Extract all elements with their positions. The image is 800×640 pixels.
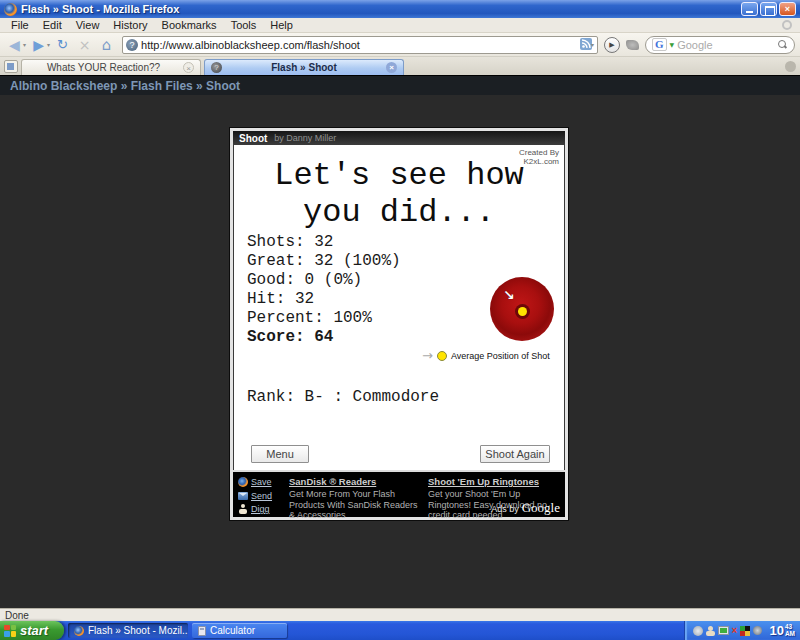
- legend-label: Average Position of Shot: [451, 351, 550, 361]
- heading-line2: you did...: [234, 194, 564, 231]
- search-box[interactable]: G ▼: [645, 36, 795, 54]
- send-label: Send: [251, 491, 272, 501]
- taskbar-clock[interactable]: 10 43 AM: [769, 623, 795, 638]
- extension-icon[interactable]: [626, 40, 639, 50]
- tab-overflow-icon[interactable]: [785, 61, 796, 72]
- tab-close-icon[interactable]: ×: [183, 62, 194, 73]
- window-controls: [741, 2, 796, 16]
- save-label: Save: [251, 477, 272, 487]
- tab-close-icon[interactable]: ×: [386, 62, 397, 73]
- cursor-arrow-icon: [503, 287, 515, 303]
- credit-text: Created By K2xL.com: [519, 148, 559, 166]
- game-title: Shoot: [239, 133, 267, 144]
- page-background: Shoot by Danny Miller Created By K2xL.co…: [0, 95, 800, 608]
- game-titlebar: Shoot by Danny Miller: [233, 131, 565, 145]
- restore-button[interactable]: [760, 2, 777, 16]
- window-title: Flash » Shoot - Mozilla Firefox: [21, 3, 179, 15]
- game-author: by Danny Miller: [274, 133, 336, 143]
- digg-link[interactable]: Digg: [238, 504, 282, 514]
- clock-hour: 10: [769, 623, 783, 638]
- close-button[interactable]: [779, 2, 796, 16]
- reload-icon[interactable]: ↻: [53, 37, 72, 52]
- menu-item-view[interactable]: View: [69, 19, 107, 31]
- legend-arrow-icon: →: [422, 348, 433, 363]
- search-icon[interactable]: [777, 39, 788, 50]
- minimize-button[interactable]: [741, 2, 758, 16]
- back-dropdown-icon[interactable]: ▾: [23, 41, 26, 48]
- firefox-icon: [4, 3, 17, 16]
- shoot-again-button[interactable]: Shoot Again: [480, 445, 550, 463]
- safely-remove-icon[interactable]: [693, 626, 703, 636]
- search-input[interactable]: [677, 39, 774, 51]
- menu-item-file[interactable]: File: [4, 19, 36, 31]
- feed-dropdown-icon[interactable]: ▾: [591, 41, 594, 48]
- search-engine-dropdown-icon[interactable]: ▼: [670, 41, 675, 48]
- menu-item-help[interactable]: Help: [263, 19, 300, 31]
- messenger-icon[interactable]: [706, 626, 715, 636]
- tab-list-icon[interactable]: [4, 60, 18, 73]
- address-bar[interactable]: ▾: [122, 36, 598, 54]
- home-icon[interactable]: ⌂: [97, 36, 116, 54]
- stat-great: Great: 32 (100%): [247, 252, 401, 271]
- save-link[interactable]: Save: [238, 477, 282, 487]
- rank-line: Rank: B- : Commodore: [247, 388, 439, 406]
- shot-legend: → Average Position of Shot: [422, 348, 550, 363]
- menu-item-bookmarks[interactable]: Bookmarks: [155, 19, 224, 31]
- stat-hit: Hit: 32: [247, 290, 401, 309]
- menu-item-tools[interactable]: Tools: [224, 19, 264, 31]
- taskbar: start Flash » Shoot - Mozil... Calculato…: [0, 621, 800, 640]
- google-wordmark: Google: [522, 500, 560, 516]
- gear-icon[interactable]: [782, 20, 792, 30]
- menu-item-history[interactable]: History: [106, 19, 154, 31]
- heading-line1: Let's see how: [234, 157, 564, 194]
- digg-icon: [238, 504, 248, 514]
- tab-label: Whats YOUR Reaction??: [28, 62, 179, 73]
- system-tray: × 10 43 AM: [684, 621, 800, 640]
- navigation-toolbar: ◀▾ ▶▾ ↻ × ⌂ ▾ ▶ G ▼: [0, 33, 800, 57]
- clock-ampm: AM: [785, 631, 795, 638]
- network-error-icon[interactable]: ×: [732, 626, 738, 636]
- url-input[interactable]: [141, 39, 577, 51]
- tab-favicon: [211, 62, 222, 73]
- status-bar: Done: [0, 608, 800, 621]
- tab-whats-your-reaction[interactable]: Whats YOUR Reaction?? ×: [21, 59, 201, 75]
- stat-shots: Shots: 32: [247, 233, 401, 252]
- back-icon[interactable]: ◀: [5, 37, 24, 53]
- send-link[interactable]: Send: [238, 491, 282, 501]
- calculator-icon: [198, 626, 206, 636]
- task-label: Flash » Shoot - Mozil...: [88, 625, 188, 636]
- windows-flag-icon: [4, 625, 16, 637]
- forward-dropdown-icon[interactable]: ▾: [47, 41, 50, 48]
- update-icon[interactable]: [753, 626, 762, 635]
- breadcrumb[interactable]: Albino Blacksheep » Flash Files » Shoot: [10, 79, 240, 93]
- ad-title-link[interactable]: SanDisk ® Readers: [289, 476, 421, 487]
- menu-item-edit[interactable]: Edit: [36, 19, 69, 31]
- tab-label: Flash » Shoot: [226, 62, 382, 73]
- start-button[interactable]: start: [0, 621, 64, 640]
- tray-app-icon[interactable]: [740, 626, 750, 636]
- menu-bar: File Edit View History Bookmarks Tools H…: [0, 18, 800, 33]
- save-icon: [238, 477, 248, 487]
- taskbar-item-calculator[interactable]: Calculator: [192, 623, 287, 638]
- taskbar-item-firefox[interactable]: Flash » Shoot - Mozil...: [68, 623, 188, 638]
- display-icon[interactable]: [718, 626, 729, 635]
- legend-dot-icon: [437, 351, 447, 361]
- status-text: Done: [5, 610, 29, 621]
- menu-button[interactable]: Menu: [251, 445, 309, 463]
- ads-by-google[interactable]: Ads by Google: [491, 500, 560, 516]
- ad-bar: Save Send Digg SanDisk ® Readers Get Mor…: [233, 470, 565, 517]
- site-favicon: [126, 39, 138, 51]
- go-button[interactable]: ▶: [604, 37, 620, 53]
- ad-title-link[interactable]: Shoot 'Em Up Ringtones: [428, 476, 560, 487]
- credit-line1: Created By: [519, 148, 559, 157]
- flash-game-window: Shoot by Danny Miller Created By K2xL.co…: [230, 128, 568, 520]
- target-graphic: [490, 277, 554, 341]
- tab-flash-shoot[interactable]: Flash » Shoot ×: [204, 59, 404, 75]
- stat-good: Good: 0 (0%): [247, 271, 401, 290]
- google-logo-icon[interactable]: G: [652, 38, 667, 51]
- digg-label: Digg: [251, 504, 270, 514]
- stop-icon[interactable]: ×: [75, 37, 94, 53]
- forward-icon[interactable]: ▶: [29, 37, 48, 53]
- stats-block: Shots: 32 Great: 32 (100%) Good: 0 (0%) …: [247, 233, 401, 347]
- game-results-screen: Created By K2xL.com Let's see how you di…: [233, 145, 565, 470]
